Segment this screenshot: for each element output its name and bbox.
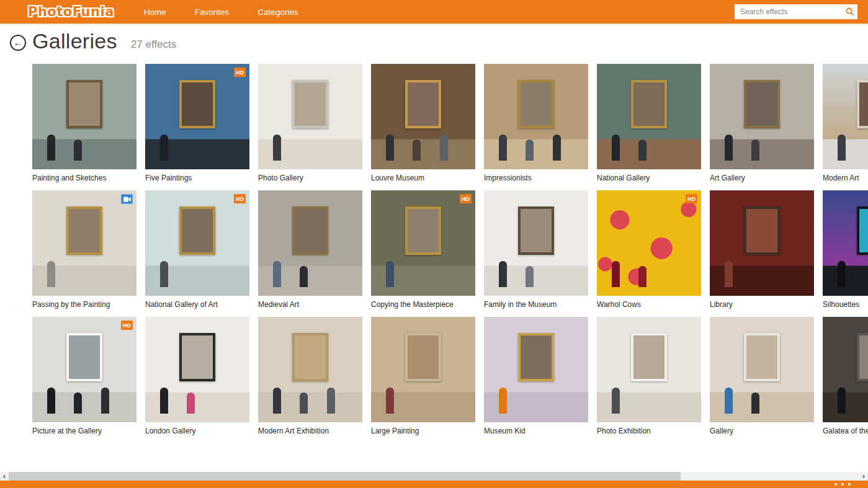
effect-tile[interactable]: Photo Exhibition bbox=[597, 317, 701, 443]
effect-thumbnail bbox=[258, 190, 362, 296]
effect-tile[interactable]: Medieval Art bbox=[258, 190, 362, 317]
hd-badge: HD bbox=[121, 321, 133, 330]
visitor-silhouette bbox=[838, 261, 846, 287]
effect-tile[interactable]: HDWarhol Cows bbox=[597, 190, 701, 317]
visitor-silhouette bbox=[187, 393, 195, 414]
visitor-silhouette bbox=[499, 135, 507, 161]
visitor-silhouette bbox=[612, 135, 620, 161]
search-box bbox=[735, 4, 857, 19]
top-bar: PhotoFunia Home Favorites Categories bbox=[0, 0, 868, 24]
effect-title: Art Gallery bbox=[710, 174, 814, 182]
effect-title: Modern Art Exhibition bbox=[258, 427, 362, 435]
effect-thumbnail bbox=[823, 64, 868, 169]
effect-title: Medieval Art bbox=[258, 300, 362, 309]
effect-thumbnail: HD bbox=[145, 64, 249, 169]
effect-tile[interactable]: Painting and Sketches bbox=[32, 64, 136, 190]
artwork-frame bbox=[857, 206, 868, 255]
topbar-shadow bbox=[0, 24, 868, 26]
artwork-frame bbox=[179, 333, 215, 381]
artwork-frame bbox=[857, 333, 868, 381]
effect-title: Photo Gallery bbox=[258, 174, 362, 182]
effect-title: Impressionists bbox=[484, 174, 588, 182]
nav-item-favorites[interactable]: Favorites bbox=[195, 7, 230, 17]
artwork-frame bbox=[631, 333, 666, 381]
search-input[interactable] bbox=[735, 4, 843, 19]
app-bar[interactable] bbox=[0, 481, 868, 488]
effect-title: Gallery bbox=[710, 427, 814, 435]
effect-thumbnail bbox=[484, 64, 588, 169]
scroll-left-arrow[interactable]: ‹ bbox=[0, 472, 9, 481]
effect-tile[interactable]: Museum Kid bbox=[484, 317, 588, 443]
effect-title: Modern Art bbox=[823, 174, 868, 182]
effect-tile[interactable]: Modern Art Exhibition bbox=[258, 317, 362, 443]
visitor-silhouette bbox=[101, 388, 109, 414]
effect-title: Copying the Masterpiece bbox=[371, 300, 475, 309]
effect-tile[interactable]: Silhouettes bbox=[823, 190, 868, 317]
effect-tile[interactable]: Louvre Museum bbox=[371, 64, 475, 190]
visitor-silhouette bbox=[386, 135, 394, 161]
effect-tile[interactable]: Passing by the Painting bbox=[32, 190, 136, 317]
artwork-frame bbox=[292, 80, 328, 128]
hd-badge: HD bbox=[234, 194, 246, 203]
visitor-silhouette bbox=[499, 261, 507, 287]
visitor-silhouette bbox=[553, 135, 561, 161]
effect-title: Five Paintings bbox=[145, 174, 249, 182]
artwork-frame bbox=[744, 333, 779, 381]
visitor-silhouette bbox=[300, 266, 308, 287]
scrollbar-thumb[interactable] bbox=[9, 472, 681, 481]
effect-tile[interactable]: Photo Gallery bbox=[258, 64, 362, 190]
artwork-frame bbox=[405, 333, 441, 381]
effect-tile[interactable]: HDPicture at the Gallery bbox=[32, 317, 136, 443]
effect-tile[interactable]: Impressionists bbox=[484, 64, 588, 190]
dot-icon bbox=[841, 483, 844, 486]
visitor-silhouette bbox=[160, 261, 168, 287]
visitor-silhouette bbox=[751, 140, 759, 161]
effect-title: National Gallery bbox=[597, 174, 701, 182]
effect-tile[interactable]: Art Gallery bbox=[710, 64, 814, 190]
scroll-right-arrow[interactable]: › bbox=[859, 472, 868, 481]
effect-tile[interactable]: HDCopying the Masterpiece bbox=[371, 190, 475, 317]
back-button[interactable]: ← bbox=[10, 35, 26, 51]
nav-item-home[interactable]: Home bbox=[144, 7, 166, 17]
effect-tile[interactable]: Library bbox=[710, 190, 814, 317]
effect-thumbnail bbox=[145, 317, 249, 422]
photofunia-logo[interactable]: PhotoFunia bbox=[28, 4, 114, 19]
artwork-frame bbox=[744, 80, 779, 128]
more-options-dots[interactable] bbox=[834, 483, 851, 486]
visitor-silhouette bbox=[74, 140, 82, 161]
effect-tile[interactable]: Gallery bbox=[710, 317, 814, 443]
effect-tile[interactable]: HDFive Paintings bbox=[145, 64, 249, 190]
effect-thumbnail bbox=[597, 64, 701, 169]
visitor-silhouette bbox=[413, 140, 421, 161]
page-title: Galleries bbox=[32, 29, 117, 53]
effect-tile[interactable]: Galatea of the S bbox=[823, 317, 868, 443]
effect-tile[interactable]: National Gallery bbox=[597, 64, 701, 190]
nav-item-categories[interactable]: Categories bbox=[257, 7, 298, 17]
effect-tile[interactable]: HDNational Gallery of Art bbox=[145, 190, 249, 317]
effect-tile[interactable]: Large Painting bbox=[371, 317, 475, 443]
effect-title: National Gallery of Art bbox=[145, 300, 249, 309]
visitor-silhouette bbox=[273, 388, 281, 414]
artwork-frame bbox=[857, 80, 868, 128]
visitor-silhouette bbox=[638, 266, 647, 287]
effect-tile[interactable]: London Gallery bbox=[145, 317, 249, 443]
visitor-silhouette bbox=[725, 261, 733, 287]
visitor-silhouette bbox=[273, 135, 281, 161]
effect-thumbnail bbox=[823, 317, 868, 422]
effect-tile[interactable]: Family in the Museum bbox=[484, 190, 588, 317]
effect-thumbnail: HD bbox=[145, 190, 249, 296]
visitor-silhouette bbox=[47, 261, 55, 287]
visitor-silhouette bbox=[160, 135, 168, 161]
search-button[interactable] bbox=[843, 4, 857, 19]
dot-icon bbox=[848, 483, 851, 486]
effect-tile[interactable]: Modern Art bbox=[823, 64, 868, 190]
effect-title: Picture at the Gallery bbox=[32, 427, 136, 435]
scrollbar-track[interactable] bbox=[9, 472, 859, 481]
effect-thumbnail bbox=[258, 64, 362, 169]
hd-badge: HD bbox=[686, 194, 697, 203]
main-nav: Home Favorites Categories bbox=[144, 7, 298, 17]
visitor-silhouette bbox=[386, 261, 394, 287]
effect-thumbnail bbox=[823, 190, 868, 296]
horizontal-scrollbar[interactable]: ‹ › bbox=[0, 472, 868, 481]
effect-thumbnail bbox=[484, 190, 588, 296]
